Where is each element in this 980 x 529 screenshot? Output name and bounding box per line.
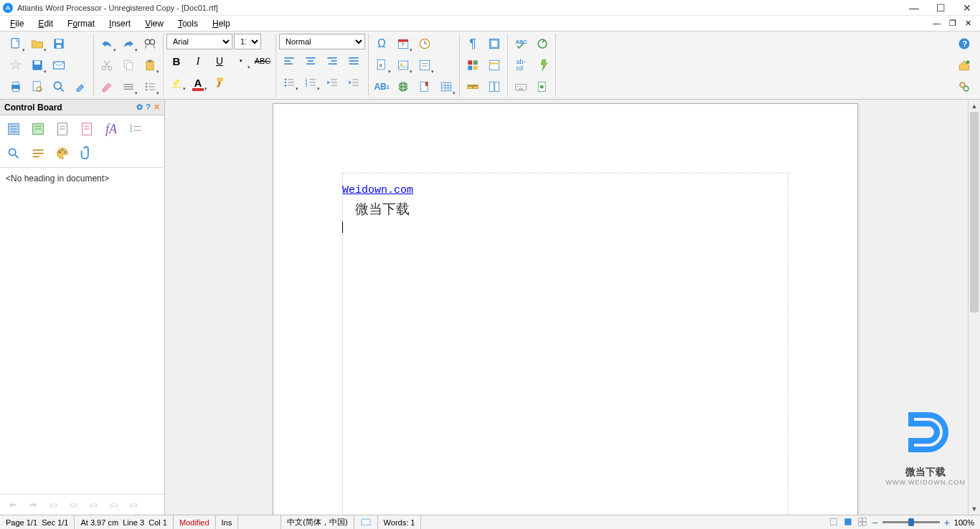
nav-expand-button[interactable]: ▭ (105, 497, 122, 512)
undo-button[interactable] (97, 34, 117, 54)
favorite-button[interactable] (6, 55, 26, 75)
mdi-restore-button[interactable]: ❐ (949, 19, 956, 28)
menu-format[interactable]: Format (60, 17, 102, 30)
status-page[interactable]: Page 1/1 Sec 1/1 (0, 515, 75, 529)
pilcrow-button[interactable]: ¶ (463, 34, 483, 54)
cb-numbered-button[interactable]: 12 (126, 120, 145, 138)
zoom-page-button[interactable] (49, 77, 69, 97)
save-button[interactable] (49, 34, 69, 54)
paste-button[interactable] (140, 55, 160, 75)
scroll-thumb[interactable] (970, 112, 979, 313)
bullet-list-button[interactable] (279, 72, 299, 92)
status-words[interactable]: Words: 1 (378, 515, 422, 529)
nav-up-button[interactable]: ▭ (44, 497, 62, 512)
status-modified[interactable]: Modified (174, 515, 216, 529)
spellcheck-button[interactable]: ABC (511, 34, 531, 54)
panel-settings-icon[interactable]: ✿ (136, 103, 143, 112)
fullwidth-button[interactable] (484, 55, 504, 75)
highlight-button[interactable] (166, 72, 187, 92)
copy-button[interactable] (118, 55, 138, 75)
zoom-level[interactable]: 100% (954, 518, 974, 527)
scroll-down-button[interactable]: ▼ (969, 502, 980, 515)
view-mode-icon3[interactable] (857, 517, 867, 528)
numbered-list-button[interactable]: 123 (301, 72, 321, 92)
align-right-button[interactable] (322, 51, 342, 71)
underline-button[interactable]: U (209, 51, 230, 71)
format-painter-button[interactable] (209, 72, 230, 92)
menu-edit[interactable]: Edit (31, 17, 60, 30)
page[interactable]: Weidown.com 微当下载 (273, 103, 858, 515)
font-select[interactable]: Arial (166, 34, 232, 49)
autorecheck-button[interactable] (532, 34, 552, 54)
saveas-button[interactable] (27, 55, 47, 75)
keyboard-button[interactable] (511, 77, 531, 97)
cb-lists-button[interactable] (77, 120, 96, 138)
email-button[interactable] (49, 55, 69, 75)
menu-view[interactable]: View (138, 17, 171, 30)
bookmark-button[interactable] (415, 77, 435, 97)
nav-prev-button[interactable]: ⇐ (4, 497, 22, 512)
underline-style-button[interactable]: ▾ (231, 51, 251, 71)
cb-fonts-button[interactable]: fA (102, 120, 121, 138)
cb-headers-button[interactable] (53, 120, 72, 138)
ruler-button[interactable] (463, 77, 483, 97)
cb-sections-button[interactable] (4, 120, 23, 138)
menu-help[interactable]: Help (205, 17, 237, 30)
preview-button[interactable] (27, 77, 47, 97)
strikethrough-button[interactable]: ABC (253, 51, 273, 71)
font-color-button[interactable]: A (188, 72, 208, 92)
hyperlink-button[interactable] (393, 77, 413, 97)
vertical-scrollbar[interactable]: ▲ ▼ (968, 100, 980, 515)
nav-collapse-button[interactable]: ▭ (125, 497, 142, 512)
increase-indent-button[interactable] (344, 72, 364, 92)
mdi-minimize-button[interactable]: — (933, 19, 941, 28)
document-hyperlink[interactable]: Weidown.com (342, 184, 413, 196)
image-button[interactable] (393, 55, 413, 75)
macro-button[interactable] (532, 77, 552, 97)
close-button[interactable]: ✕ (963, 2, 971, 14)
align-left-button[interactable] (279, 51, 299, 71)
status-language[interactable]: 中文(简体，中国) (281, 515, 354, 529)
clear-button[interactable] (97, 77, 117, 97)
footnote-button[interactable]: AB1 (372, 77, 392, 97)
list-button[interactable] (140, 77, 160, 97)
grid-view-button[interactable] (463, 55, 483, 75)
view-mode-icon1[interactable] (829, 517, 839, 528)
menu-file[interactable]: File (3, 17, 31, 30)
page-number-button[interactable]: # (372, 55, 392, 75)
nav-next-button[interactable]: ⇒ (24, 497, 42, 512)
cb-bookmarks-button[interactable] (29, 120, 47, 138)
zoom-slider-thumb[interactable] (908, 518, 914, 526)
align-justify-button[interactable] (344, 51, 364, 71)
home-button[interactable] (954, 55, 974, 75)
cb-text-button[interactable] (29, 144, 47, 163)
status-insert-mode[interactable]: Ins (216, 515, 239, 529)
redo-button[interactable] (118, 34, 138, 54)
autoformat-button[interactable] (532, 55, 552, 75)
date-button[interactable]: 7 (393, 34, 413, 54)
document-content[interactable]: Weidown.com 微当下载 (342, 181, 413, 236)
zoom-in-button[interactable]: + (944, 517, 950, 528)
select-all-button[interactable] (484, 34, 504, 54)
status-position[interactable]: At 3.97 cm Line 3 Col 1 (75, 515, 174, 529)
minimize-button[interactable]: — (909, 2, 919, 14)
menu-tools[interactable]: Tools (171, 17, 205, 30)
textbox-button[interactable] (415, 55, 435, 75)
menu-insert[interactable]: Insert (102, 17, 138, 30)
maximize-button[interactable]: ☐ (936, 2, 946, 14)
nav-demote-button[interactable]: ▭ (85, 497, 102, 512)
new-doc-button[interactable] (6, 34, 26, 54)
status-book-icon[interactable] (354, 515, 378, 529)
style-select[interactable]: Normal (279, 34, 365, 49)
scroll-up-button[interactable]: ▲ (969, 100, 980, 112)
thumbnail-button[interactable] (484, 77, 504, 97)
bold-button[interactable]: B (166, 51, 187, 71)
help-button[interactable]: ? (954, 34, 974, 54)
table-button[interactable] (436, 77, 456, 97)
lines-button[interactable] (118, 77, 138, 97)
nav-promote-button[interactable]: ▭ (65, 497, 82, 512)
zoom-out-button[interactable]: − (872, 517, 877, 528)
settings-button[interactable] (954, 77, 974, 97)
symbol-button[interactable]: Ω (372, 34, 392, 54)
italic-button[interactable]: I (188, 51, 208, 71)
